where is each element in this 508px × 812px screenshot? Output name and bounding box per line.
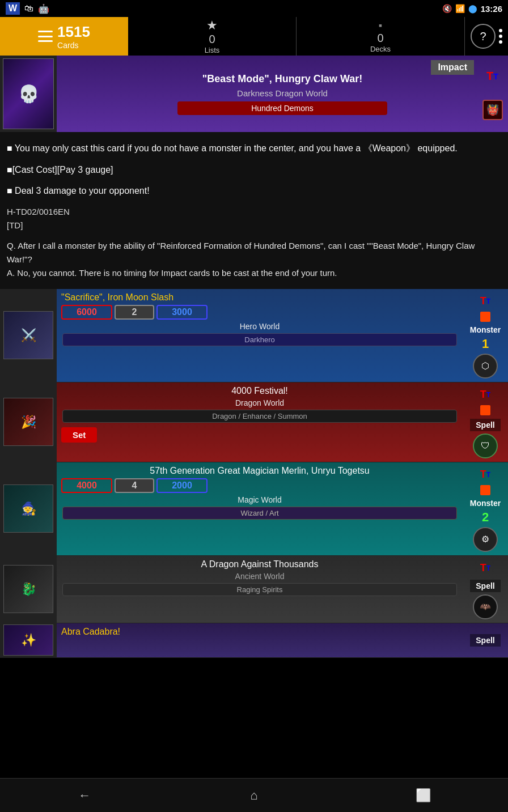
item-content-5: Abra Cadabra! — [57, 623, 463, 657]
item-thumbnail-4: 🐉 — [0, 556, 57, 623]
red-marker-1 — [480, 312, 490, 322]
card-code: H-TD02/0016EN — [7, 205, 501, 219]
item-right-3: TT Monster 2 ⚙ — [463, 462, 508, 555]
item-attribute-1: Darkhero — [62, 333, 457, 346]
tt-icon-2: TT — [476, 386, 494, 404]
item-badge-3: ⚙ — [473, 527, 498, 552]
tt-red-icon: TT — [484, 67, 502, 86]
item-art-1: ⚔️ — [3, 311, 53, 359]
item-thumbnail-1: ⚔️ — [0, 289, 57, 382]
item-badge-1: ⬡ — [473, 354, 498, 379]
item-world-2: Dragon World — [61, 398, 458, 407]
more-options-button[interactable] — [499, 29, 502, 44]
item-type-3: Monster — [470, 499, 501, 508]
item-art-3: 🧙 — [3, 484, 53, 533]
item-power-1: 6000 — [61, 305, 112, 320]
hamburger-icon[interactable] — [38, 31, 53, 42]
nav-cards-tab[interactable]: 1515 Cards — [0, 17, 128, 56]
item-badge-2: 🛡 — [473, 433, 498, 458]
card-type-label: Impact — [438, 62, 467, 72]
item-attribute-2: Dragon / Enhance / Summon — [62, 410, 457, 423]
item-level-3: 2 — [482, 510, 489, 525]
status-bar: W 🛍 🤖 🔇 📶 ⬤ 13:26 — [0, 0, 508, 17]
deck-icon: ▪ — [379, 20, 382, 32]
status-icons-left: W 🛍 🤖 — [6, 2, 49, 15]
item-power-3: 4000 — [61, 478, 112, 493]
item-critical-1: 2 — [115, 305, 154, 320]
item-thumbnail-3: 🧙 — [0, 462, 57, 555]
tt-icon-1: TT — [476, 292, 494, 311]
top-navigation: 1515 Cards ★ 0 Lists ▪ 0 Decks ? — [0, 17, 508, 56]
item-content-2: 4000 Festival! Dragon World Dragon / Enh… — [57, 382, 463, 462]
list-item[interactable]: ✨ Abra Cadabra! Spell — [0, 623, 508, 658]
item-right-5: Spell — [463, 623, 508, 657]
item-content-1: "Sacrifice", Iron Moon Slash 6000 2 3000… — [57, 289, 463, 382]
item-right-4: TT Spell 🦇 — [463, 556, 508, 623]
item-title-3: 57th Generation Great Magician Merlin, U… — [61, 466, 458, 476]
item-stats-3: 4000 4 2000 — [61, 478, 458, 493]
item-content-3: 57th Generation Great Magician Merlin, U… — [57, 462, 463, 555]
card-code-block: H-TD02/0016EN [TD] — [7, 205, 501, 232]
item-world-4: Ancient World — [61, 572, 458, 581]
item-world-1: Hero World — [61, 322, 458, 331]
item-badge-4: 🦇 — [473, 594, 498, 619]
card-monster-art-right: 👹 — [482, 100, 503, 120]
item-thumbnail-5: ✨ — [0, 623, 57, 657]
list-item[interactable]: 🎉 4000 Festival! Dragon World Dragon / E… — [0, 382, 508, 462]
help-button[interactable]: ? — [471, 24, 496, 49]
lists-count: 0 — [209, 33, 215, 46]
item-attribute-3: Wizard / Art — [62, 507, 457, 520]
cards-count: 1515 — [57, 23, 90, 41]
card-effect-cost: ■[Cast Cost][Pay 3 gauge] — [7, 163, 501, 177]
item-art-2: 🎉 — [3, 398, 53, 446]
card-thumbnail[interactable]: 💀 — [0, 56, 57, 132]
card-title: "Beast Mode", Hungry Claw War! — [202, 73, 362, 85]
card-qa-question: Q. After I call a monster by the ability… — [7, 239, 501, 266]
time-display: 13:26 — [481, 4, 502, 14]
circle-icon: ⬤ — [468, 4, 477, 13]
recent-apps-button[interactable]: ⬜ — [404, 783, 443, 808]
card-right-icons: TT 👹 — [477, 56, 508, 132]
nav-decks-tab[interactable]: ▪ 0 Decks — [297, 17, 465, 56]
item-defense-3: 2000 — [156, 478, 208, 493]
decks-label: Decks — [370, 45, 391, 53]
item-level-1: 1 — [482, 337, 489, 351]
card-rarity: [TD] — [7, 219, 501, 232]
card-effect-restriction: ■ You may only cast this card if you do … — [7, 141, 501, 156]
red-marker-2 — [480, 405, 490, 415]
item-art-5: ✨ — [3, 624, 53, 656]
item-title-5: Abra Cadabra! — [61, 627, 458, 637]
set-button-2[interactable]: Set — [61, 427, 97, 443]
app-icon-bot: 🤖 — [38, 3, 49, 14]
wifi-icon: 📶 — [455, 4, 465, 13]
item-title-2: 4000 Festival! — [61, 386, 458, 396]
item-title-1: "Sacrifice", Iron Moon Slash — [61, 292, 458, 303]
star-icon: ★ — [206, 18, 218, 33]
decks-count: 0 — [377, 32, 383, 45]
mic-muted-icon: 🔇 — [442, 4, 452, 13]
card-qa-answer: A. No, you cannot. There is no timing fo… — [7, 266, 501, 280]
item-thumbnail-2: 🎉 — [0, 382, 57, 462]
item-world-3: Magic World — [61, 495, 458, 504]
tt-icon-3: TT — [476, 466, 494, 484]
list-item[interactable]: 🐉 A Dragon Against Thousands Ancient Wor… — [0, 556, 508, 623]
cards-label: Cards — [57, 41, 90, 50]
back-button[interactable]: ← — [65, 783, 104, 808]
item-defense-1: 3000 — [156, 305, 208, 320]
list-item[interactable]: ⚔️ "Sacrifice", Iron Moon Slash 6000 2 3… — [0, 289, 508, 382]
status-icons-right: 🔇 📶 ⬤ 13:26 — [442, 4, 502, 14]
card-detail-header: 💀 "Beast Mode", Hungry Claw War! Darknes… — [0, 56, 508, 132]
card-qa-block: Q. After I call a monster by the ability… — [7, 239, 501, 280]
list-item[interactable]: 🧙 57th Generation Great Magician Merlin,… — [0, 462, 508, 556]
lists-label: Lists — [205, 46, 220, 54]
item-content-4: A Dragon Against Thousands Ancient World… — [57, 556, 463, 623]
card-attribute: Hundred Demons — [177, 101, 387, 115]
nav-lists-tab[interactable]: ★ 0 Lists — [128, 17, 297, 56]
card-type-badge: Impact — [431, 60, 474, 75]
cards-list: ⚔️ "Sacrifice", Iron Moon Slash 6000 2 3… — [0, 289, 508, 658]
card-description: ■ You may only cast this card if you do … — [0, 132, 508, 289]
item-type-2: Spell — [470, 419, 500, 431]
item-art-4: 🐉 — [3, 565, 53, 613]
app-icon-bag: 🛍 — [24, 3, 33, 14]
home-button[interactable]: ⌂ — [234, 783, 274, 808]
